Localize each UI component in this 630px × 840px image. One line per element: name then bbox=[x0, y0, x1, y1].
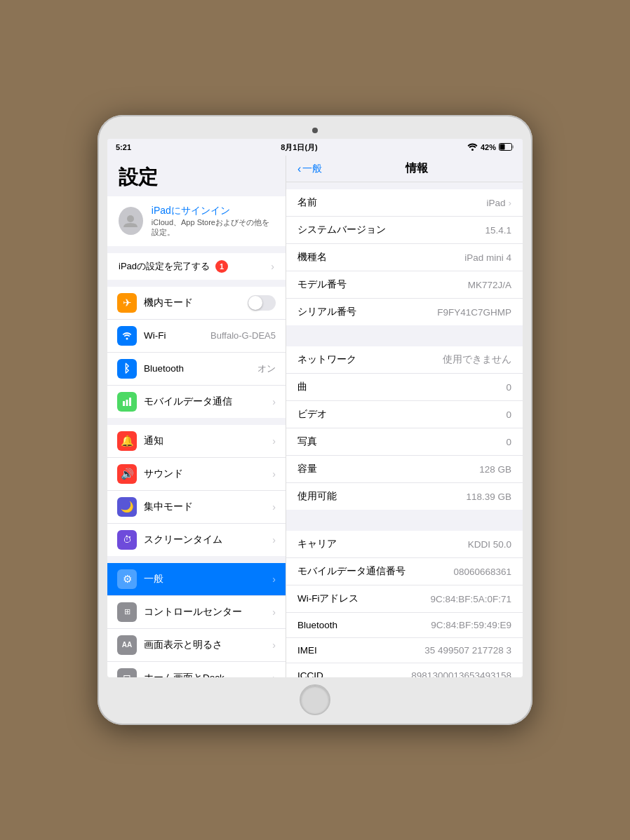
focus-label: 集中モード bbox=[144, 501, 193, 513]
info-section-storage: ネットワーク 使用できません 曲 0 ビデオ 0 写真 0 bbox=[286, 346, 523, 510]
info-value-serial: F9FY41C7GHMP bbox=[437, 307, 511, 318]
sidebar-item-airplane[interactable]: ✈ 機内モード bbox=[107, 287, 286, 320]
info-value-capacity: 128 GB bbox=[479, 464, 511, 475]
sidebar-item-notifications[interactable]: 🔔 通知 › bbox=[107, 425, 286, 458]
sidebar-item-home-screen[interactable]: ⊟ ホーム画面とDock › bbox=[107, 662, 286, 677]
status-date: 8月1日(月) bbox=[281, 142, 318, 153]
wifi-label: Wi-Fi bbox=[144, 330, 166, 341]
wifi-settings-icon bbox=[117, 326, 137, 346]
info-row-serial: シリアル番号 F9FY41C7GHMP bbox=[286, 299, 523, 325]
device-screen: 5:21 8月1日(月) 42% bbox=[107, 139, 523, 677]
sidebar-item-sounds[interactable]: 🔊 サウンド › bbox=[107, 458, 286, 491]
info-value-videos: 0 bbox=[506, 409, 511, 420]
svg-rect-2 bbox=[500, 144, 505, 149]
name-value-text: iPad bbox=[486, 198, 505, 208]
control-center-label: コントロールセンター bbox=[144, 606, 242, 618]
bluetooth-settings-icon: ᛒ bbox=[117, 359, 137, 379]
section-gap-1 bbox=[286, 325, 523, 339]
cellular-label: モバイルデータ通信 bbox=[144, 395, 232, 408]
info-row-os: システムバージョン 15.4.1 bbox=[286, 217, 523, 244]
settings-title: 設定 bbox=[107, 156, 286, 196]
settings-group-notifications: 🔔 通知 › 🔊 サウンド › 🌙 bbox=[107, 425, 286, 556]
airplane-label: 機内モード bbox=[144, 297, 193, 309]
bluetooth-label: Bluetooth bbox=[144, 363, 184, 374]
info-value-name: iPad › bbox=[486, 198, 511, 208]
sidebar-item-bluetooth[interactable]: ᛒ Bluetooth オン bbox=[107, 353, 286, 386]
row-left: 🌙 集中モード bbox=[117, 497, 193, 517]
account-section[interactable]: iPadにサインイン iCloud、App Storeおよびその他を設定。 bbox=[107, 196, 286, 246]
status-time: 5:21 bbox=[116, 143, 131, 151]
svg-rect-7 bbox=[129, 398, 131, 406]
sidebar-item-focus[interactable]: 🌙 集中モード › bbox=[107, 491, 286, 524]
chevron-icon: › bbox=[272, 607, 276, 618]
cellular-icon bbox=[117, 392, 137, 412]
ipad-device: 5:21 8月1日(月) 42% bbox=[98, 115, 532, 725]
row-left: ⊟ ホーム画面とDock bbox=[117, 668, 224, 677]
notifications-icon: 🔔 bbox=[117, 431, 137, 451]
focus-icon: 🌙 bbox=[117, 497, 137, 517]
row-left: AA 画面表示と明るさ bbox=[117, 635, 222, 655]
screentime-label: スクリーンタイム bbox=[144, 534, 222, 546]
sidebar-item-display[interactable]: AA 画面表示と明るさ › bbox=[107, 629, 286, 662]
chevron-icon: › bbox=[509, 198, 512, 208]
right-panel: ‹ 一般 情報 名前 iPad › システムバージョン bbox=[286, 156, 523, 677]
chevron-icon: › bbox=[272, 534, 276, 546]
row-left: 🔊 サウンド bbox=[117, 464, 183, 484]
sounds-label: サウンド bbox=[144, 468, 183, 480]
sidebar-item-general[interactable]: ⚙ 一般 › bbox=[107, 563, 286, 596]
info-value-mobile-number: 08060668361 bbox=[453, 567, 511, 577]
back-button[interactable]: ‹ 一般 bbox=[297, 163, 322, 175]
airplane-toggle[interactable] bbox=[248, 295, 276, 311]
row-left: モバイルデータ通信 bbox=[117, 392, 232, 412]
section-gap-2 bbox=[286, 510, 523, 524]
info-row-network: ネットワーク 使用できません bbox=[286, 346, 523, 374]
account-signin-label: iPadにサインイン bbox=[152, 205, 274, 217]
info-label-songs: 曲 bbox=[297, 381, 307, 393]
display-label: 画面表示と明るさ bbox=[144, 639, 222, 651]
info-label-carrier: キャリア bbox=[297, 538, 337, 550]
info-row-name[interactable]: 名前 iPad › bbox=[286, 189, 523, 217]
info-row-model-name: 機種名 iPad mini 4 bbox=[286, 244, 523, 271]
info-label-capacity: 容量 bbox=[297, 463, 317, 475]
screentime-icon: ⏱ bbox=[117, 530, 137, 550]
info-value-songs: 0 bbox=[506, 382, 511, 393]
row-left: ⚙ 一般 bbox=[117, 569, 163, 589]
info-label-bluetooth-address: Bluetooth bbox=[297, 620, 337, 630]
info-label-mobile-number: モバイルデータ通信番号 bbox=[297, 565, 406, 578]
info-label-network: ネットワーク bbox=[297, 353, 356, 366]
home-button[interactable] bbox=[300, 684, 330, 715]
sidebar-item-wifi[interactable]: Wi-Fi Buffalo-G-DEA5 bbox=[107, 320, 286, 353]
info-label-photos: 写真 bbox=[297, 435, 317, 448]
info-row-videos: ビデオ 0 bbox=[286, 401, 523, 428]
sidebar-item-control-center[interactable]: ⊞ コントロールセンター › bbox=[107, 596, 286, 629]
account-text: iPadにサインイン iCloud、App Storeおよびその他を設定。 bbox=[152, 205, 274, 238]
wifi-icon bbox=[467, 143, 478, 152]
info-section-device: 名前 iPad › システムバージョン 15.4.1 機種名 iPad mini… bbox=[286, 189, 523, 325]
row-left: ⏱ スクリーンタイム bbox=[117, 530, 222, 550]
right-panel-header: ‹ 一般 情報 bbox=[286, 156, 523, 182]
battery-icon bbox=[499, 143, 514, 152]
settings-group-general: ⚙ 一般 › ⊞ コントロールセンター › AA bbox=[107, 563, 286, 677]
row-left: 🔔 通知 bbox=[117, 431, 163, 451]
info-label-os: システムバージョン bbox=[297, 224, 386, 236]
info-row-bluetooth-address: Bluetooth 9C:84:BF:59:49:E9 bbox=[286, 613, 523, 638]
sidebar-item-screentime[interactable]: ⏱ スクリーンタイム › bbox=[107, 524, 286, 556]
info-label-videos: ビデオ bbox=[297, 408, 327, 421]
info-row-capacity: 容量 128 GB bbox=[286, 456, 523, 483]
info-value-carrier: KDDI 50.0 bbox=[468, 539, 511, 550]
setup-completion-row[interactable]: iPadの設定を完了する 1 › bbox=[107, 253, 286, 280]
account-description: iCloud、App Storeおよびその他を設定。 bbox=[152, 217, 274, 238]
info-value-wifi-address: 9C:84:BF:5A:0F:71 bbox=[430, 594, 511, 604]
panel-title: 情報 bbox=[322, 161, 511, 176]
sounds-icon: 🔊 bbox=[117, 464, 137, 484]
sidebar-item-cellular[interactable]: モバイルデータ通信 › bbox=[107, 386, 286, 418]
info-row-carrier: キャリア KDDI 50.0 bbox=[286, 531, 523, 558]
info-label-model-name: 機種名 bbox=[297, 251, 327, 264]
status-right: 42% bbox=[467, 143, 514, 152]
row-left: ᛒ Bluetooth bbox=[117, 359, 184, 379]
sidebar[interactable]: 設定 iPadにサインイン iCloud、App Storeおよびその他を設定。 bbox=[107, 156, 286, 677]
info-value-model-name: iPad mini 4 bbox=[464, 252, 511, 263]
setup-label: iPadの設定を完了する bbox=[119, 260, 210, 273]
row-left: ✈ 機内モード bbox=[117, 293, 193, 313]
info-value-bluetooth-address: 9C:84:BF:59:49:E9 bbox=[431, 620, 511, 630]
